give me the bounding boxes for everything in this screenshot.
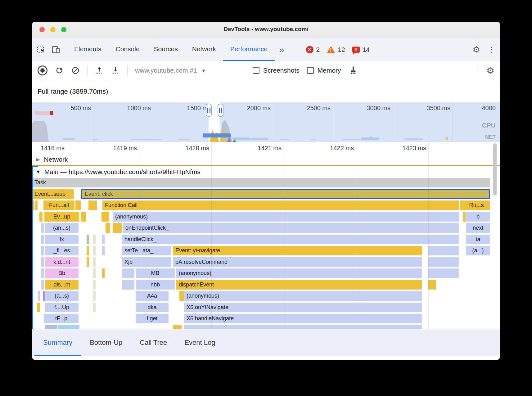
flame-bar[interactable] bbox=[41, 280, 44, 290]
flame-bar[interactable]: (a...) bbox=[466, 246, 490, 255]
flame-bar[interactable]: setTe...ata_ bbox=[122, 246, 171, 255]
flame-bar[interactable] bbox=[78, 200, 81, 210]
flame-bar[interactable]: b bbox=[466, 212, 490, 222]
details-tab-summary[interactable]: Summary bbox=[34, 330, 81, 356]
memory-checkbox[interactable]: Memory bbox=[307, 67, 341, 74]
checkbox-box[interactable] bbox=[253, 67, 259, 74]
flame-bar[interactable] bbox=[93, 303, 96, 312]
flame-bar[interactable] bbox=[428, 268, 459, 278]
panel-settings-gear-icon[interactable]: ⚙ bbox=[486, 65, 494, 76]
profile-select[interactable]: www.youtube.com #1 ▼ bbox=[135, 67, 237, 74]
selection-handle-right[interactable] bbox=[218, 104, 223, 117]
vertical-scrollbar-thumb[interactable] bbox=[493, 143, 497, 196]
flame-bar[interactable] bbox=[184, 325, 422, 329]
flame-bar[interactable] bbox=[102, 246, 105, 255]
flame-bar[interactable] bbox=[41, 235, 44, 244]
reload-and-record-button[interactable] bbox=[55, 66, 64, 75]
record-button[interactable] bbox=[38, 65, 47, 75]
flame-bar[interactable] bbox=[38, 291, 40, 301]
flame-bar[interactable] bbox=[428, 246, 459, 255]
flame-bar[interactable]: k.d...nt bbox=[45, 257, 79, 267]
flame-bar[interactable]: Xjb bbox=[122, 257, 171, 267]
flame-bar-selected[interactable]: Event: click bbox=[81, 189, 490, 199]
flame-bar[interactable] bbox=[433, 280, 436, 290]
flame-bar[interactable]: (anonymous) bbox=[113, 212, 459, 222]
flame-bar[interactable] bbox=[37, 303, 40, 312]
flame-bar[interactable] bbox=[463, 212, 466, 222]
flame-bar[interactable] bbox=[41, 246, 44, 255]
flame-bar[interactable]: dka bbox=[136, 303, 169, 312]
flame-bar[interactable] bbox=[428, 257, 459, 267]
tab-sources[interactable]: Sources bbox=[147, 38, 185, 61]
timeline-overview[interactable]: 500 ms1000 ms1500 ms2000 ms2500 ms3000 m… bbox=[32, 102, 500, 142]
error-count[interactable]: 2 bbox=[316, 46, 320, 53]
kebab-menu-icon[interactable]: ⋮ bbox=[488, 45, 495, 54]
flame-bar[interactable]: X6.handleNavigate bbox=[184, 314, 422, 323]
flame-bar[interactable] bbox=[102, 235, 105, 244]
collect-garbage-icon[interactable] bbox=[349, 66, 358, 75]
flame-bar[interactable] bbox=[428, 280, 431, 290]
flame-bar[interactable] bbox=[93, 291, 96, 301]
flame-bar[interactable] bbox=[173, 325, 176, 329]
flame-bar[interactable]: dis...nt bbox=[45, 280, 79, 290]
flame-bar[interactable]: (anonymous) bbox=[176, 268, 422, 278]
track-network[interactable]: ▶ Network bbox=[32, 154, 500, 165]
settings-gear-icon[interactable]: ⚙ bbox=[473, 45, 480, 55]
flame-bar[interactable] bbox=[35, 200, 38, 210]
flame-bar[interactable] bbox=[75, 200, 78, 210]
clear-button[interactable] bbox=[71, 66, 80, 75]
flame-bar[interactable] bbox=[106, 223, 110, 233]
device-toolbar-icon[interactable] bbox=[51, 45, 61, 54]
inspect-icon[interactable] bbox=[36, 45, 46, 54]
flame-bar[interactable] bbox=[87, 235, 89, 244]
flame-bar[interactable]: f.get bbox=[136, 314, 169, 323]
flame-bar[interactable] bbox=[122, 268, 134, 278]
flame-bar[interactable]: Task bbox=[32, 178, 490, 187]
flame-bar[interactable]: fx bbox=[45, 235, 79, 244]
flame-bar[interactable]: Function Call bbox=[102, 200, 459, 210]
flame-bar[interactable] bbox=[58, 325, 79, 329]
flame-bar[interactable] bbox=[93, 280, 96, 290]
flame-bar[interactable]: nbb bbox=[136, 280, 175, 290]
save-profile-icon[interactable] bbox=[111, 66, 120, 75]
details-tab-event-log[interactable]: Event Log bbox=[176, 330, 224, 356]
issues-count[interactable]: 14 bbox=[363, 46, 370, 53]
flame-bar[interactable] bbox=[94, 200, 97, 210]
flame-bar[interactable]: next bbox=[466, 223, 490, 233]
flame-bar[interactable]: Event: yt-navigate bbox=[173, 246, 422, 255]
flame-bar[interactable]: (an...s) bbox=[45, 223, 79, 233]
flame-bar[interactable]: tF...p bbox=[44, 314, 79, 323]
tab-network[interactable]: Network bbox=[185, 38, 223, 61]
flame-bar[interactable] bbox=[45, 325, 57, 329]
tab-console[interactable]: Console bbox=[109, 38, 147, 61]
flame-bar[interactable] bbox=[87, 246, 89, 255]
flame-bar[interactable] bbox=[39, 212, 43, 222]
flame-bar[interactable] bbox=[93, 257, 96, 267]
checkbox-box[interactable] bbox=[307, 67, 314, 74]
flame-bar[interactable] bbox=[93, 246, 96, 255]
tab-performance[interactable]: Performance bbox=[223, 38, 275, 61]
flame-bar[interactable]: dispatchEvent bbox=[176, 280, 422, 290]
flame-bar[interactable] bbox=[122, 280, 134, 290]
flame-chart[interactable]: TaskEvent...seupEvent: clickFun...allFun… bbox=[32, 178, 500, 329]
flame-bar[interactable] bbox=[182, 291, 184, 301]
flame-bar[interactable] bbox=[102, 268, 105, 278]
flame-bar[interactable] bbox=[101, 212, 109, 222]
flame-bar[interactable] bbox=[84, 212, 86, 222]
load-profile-icon[interactable] bbox=[95, 66, 104, 75]
expand-triangle-icon[interactable]: ▶ bbox=[36, 157, 40, 162]
issues-icon[interactable]: ✕ bbox=[352, 47, 360, 53]
flame-bar[interactable] bbox=[41, 223, 44, 233]
flame-bar[interactable] bbox=[93, 235, 96, 244]
details-tab-call-tree[interactable]: Call Tree bbox=[131, 330, 176, 356]
flame-bar[interactable]: MB bbox=[136, 268, 175, 278]
flame-bar[interactable] bbox=[179, 325, 182, 329]
flame-bar[interactable]: _fi...es bbox=[45, 246, 79, 255]
flame-bar[interactable] bbox=[81, 212, 84, 222]
flame-bar[interactable] bbox=[41, 257, 44, 267]
warning-icon[interactable]: ! bbox=[327, 46, 335, 53]
flame-bar[interactable]: Event...seup bbox=[32, 189, 74, 199]
flame-bar[interactable] bbox=[460, 200, 463, 210]
flame-bar[interactable] bbox=[176, 325, 179, 329]
flame-bar[interactable]: Fun...all bbox=[43, 200, 74, 210]
